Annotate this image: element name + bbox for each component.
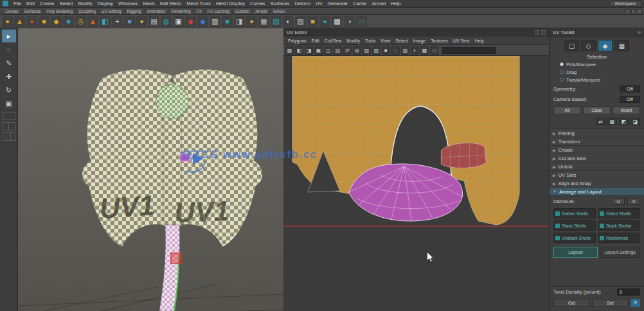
camera-based-dropdown[interactable]: Off — [620, 96, 640, 103]
shelf-tool-button[interactable]: ◍ — [161, 16, 172, 27]
shelf-tab[interactable]: Custom — [233, 9, 253, 13]
uv-menu-item[interactable]: Edit — [309, 39, 322, 43]
lasso-tool-icon[interactable]: ◌ — [2, 43, 16, 56]
arrange-button[interactable]: Stack Similar — [598, 220, 640, 231]
shelf-tool-button[interactable]: ▤ — [148, 16, 159, 27]
perspective-viewport[interactable]: UV1 UV1 — [18, 28, 283, 311]
arrange-button[interactable]: Orient Shells — [598, 208, 640, 218]
toolkit-section-header[interactable]: ▶ Unfold — [550, 163, 644, 171]
menu-item[interactable]: Edit Mesh — [157, 1, 184, 6]
mode-drag[interactable]: Drag — [550, 68, 644, 76]
menu-item[interactable]: Help — [388, 1, 403, 6]
texel-spinner-value[interactable]: 4 — [631, 299, 640, 307]
shelf-tab[interactable]: Rigging — [125, 9, 145, 13]
snap-point-icon[interactable] — [637, 9, 641, 13]
uv-menu-item[interactable]: Select — [393, 39, 410, 43]
toolkit-section-arrange-layout[interactable]: ▼ Arrange and Layout — [550, 188, 644, 196]
uv-shell-strip[interactable] — [441, 143, 486, 169]
uv-toolbar-icon[interactable]: ◧ — [295, 46, 303, 55]
uv-selection-filter-button[interactable]: ▢ — [564, 40, 579, 51]
workspace-selector[interactable]: Workspace — [609, 1, 641, 6]
shelf-tool-button[interactable]: ▦ — [258, 16, 269, 27]
toolkit-section-header[interactable]: ▶ Pinning — [550, 129, 644, 138]
arrange-button[interactable]: Gather Shells — [553, 208, 596, 218]
shelf-tool-button[interactable]: ▩ — [332, 16, 343, 27]
close-icon[interactable] — [541, 30, 546, 35]
shelf-tab[interactable]: Poly Modeling — [44, 9, 76, 13]
uv-menu-item[interactable]: Polygons — [285, 39, 309, 43]
uv-toolbar-icon[interactable]: ▨ — [401, 46, 409, 55]
shelf-tool-button[interactable]: ■ — [307, 16, 318, 27]
shelf-tool-button[interactable]: ● — [136, 16, 147, 27]
shelf-tool-button[interactable]: ◆ — [197, 16, 208, 27]
convert-selection-icon[interactable]: ◩ — [619, 118, 629, 125]
menu-item[interactable]: Generate — [325, 1, 350, 6]
uv-menu-item[interactable]: Cut/Sew — [322, 39, 344, 43]
shelf-tool-button[interactable]: ● — [246, 16, 257, 27]
shelf-tool-button[interactable]: ▣ — [173, 16, 184, 27]
shelf-tab[interactable]: Curves — [3, 9, 22, 13]
uv-selection-filter-button[interactable]: ▦ — [614, 40, 629, 51]
snap-grid-icon[interactable] — [625, 9, 630, 13]
arrange-button[interactable]: Randomize — [598, 233, 640, 243]
toolkit-section-header[interactable]: ▶ UV Sets — [550, 171, 644, 179]
uv-toolbar-icon[interactable]: ◍ — [353, 46, 361, 55]
shelf-tool-button[interactable]: + — [112, 16, 123, 27]
selected-face-highlight[interactable] — [171, 253, 181, 263]
shelf-tool-button[interactable]: ● — [2, 16, 13, 27]
uv-toolbar-icon[interactable]: □ — [430, 46, 438, 55]
select-clear-button[interactable]: Clear — [583, 106, 611, 114]
menu-item[interactable]: Mesh Display — [213, 1, 247, 6]
uv-toolbar-icon[interactable]: ▩ — [420, 46, 429, 55]
uv-shell-fan[interactable] — [349, 164, 463, 221]
uv-menu-item[interactable]: UV Sets — [451, 39, 472, 43]
arrange-button[interactable]: Stack Shells — [553, 220, 596, 231]
menu-item[interactable]: Mesh — [141, 1, 157, 6]
select-invert-button[interactable]: Invert — [613, 106, 640, 114]
shelf-tool-button[interactable]: ◑ — [344, 16, 355, 27]
layout-single-pane-button[interactable] — [3, 112, 15, 120]
shelf-tab[interactable]: FX Caching — [205, 9, 233, 13]
mode-tweak-marquee[interactable]: Tweak/Marquee — [550, 76, 644, 84]
uv-menu-item[interactable]: View — [378, 39, 393, 43]
scale-tool-icon[interactable]: ▣ — [2, 97, 16, 110]
texel-density-input[interactable]: 0 — [617, 289, 640, 296]
menu-item[interactable]: Windows — [116, 1, 140, 6]
uv-toolbar-icon[interactable]: ⇄ — [343, 46, 352, 55]
uv-toolbar-icon[interactable]: ◫ — [324, 46, 332, 55]
shelf-tool-button[interactable]: ■ — [124, 16, 135, 27]
shelf-tool-button[interactable]: ▨ — [295, 16, 306, 27]
shelf-tool-button[interactable]: ▲ — [14, 16, 25, 27]
rotate-tool-icon[interactable]: ↻ — [2, 84, 16, 96]
panel-menu-icon[interactable]: ≡ — [638, 30, 641, 35]
shelf-tab[interactable]: UV Editing — [99, 9, 125, 13]
shelf-tool-button[interactable]: ◆ — [185, 16, 196, 27]
shelf-tool-button[interactable]: ▭ — [356, 16, 367, 27]
texel-get-button[interactable]: Get — [553, 299, 590, 307]
uv-toolbar-icon[interactable]: ◐ — [411, 46, 419, 55]
uv-menu-item[interactable]: Textures — [428, 39, 450, 43]
menu-item[interactable]: Cache — [350, 1, 370, 6]
uv-menu-item[interactable]: Help — [472, 39, 486, 43]
shelf-tab[interactable]: MASH — [271, 9, 289, 13]
uv-pivot-handle[interactable] — [180, 154, 190, 161]
uv-toolbar-icon[interactable]: ▤ — [334, 46, 342, 55]
menu-item[interactable]: UV — [313, 1, 325, 6]
uv-transform-entry-input[interactable] — [442, 47, 496, 54]
menu-item[interactable]: Mesh Tools — [184, 1, 213, 6]
shelf-tool-button[interactable]: ◐ — [283, 16, 294, 27]
uv-selection-filter-button[interactable]: ◇ — [581, 40, 596, 51]
select-tool-icon[interactable]: ▸ — [2, 30, 16, 42]
toolkit-section-header[interactable]: ▶ Transform — [550, 138, 644, 146]
shelf-tool-button[interactable]: ▲ — [87, 16, 98, 27]
uv-toolbar-icon[interactable]: ▣ — [314, 46, 323, 55]
uv-selection-filter-button[interactable]: ◆ — [598, 40, 613, 51]
shelf-tab[interactable]: FX — [194, 9, 205, 13]
distribute-u-button[interactable]: U — [612, 198, 625, 205]
toolkit-section-header[interactable]: ▶ Align and Snap — [550, 179, 644, 188]
mode-pick-marquee[interactable]: Pick/Marquee — [550, 60, 644, 68]
menu-item[interactable]: Deform — [292, 1, 313, 6]
layout-settings-button[interactable]: Layout Settings — [600, 247, 640, 258]
paint-select-tool-icon[interactable]: ✎ — [2, 57, 16, 69]
menu-item[interactable]: Select — [57, 1, 76, 6]
